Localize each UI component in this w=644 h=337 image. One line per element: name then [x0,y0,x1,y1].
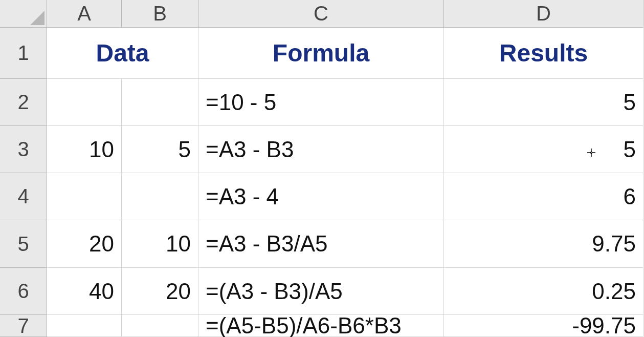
cell-B4[interactable] [122,173,198,220]
select-all-triangle-icon [30,11,45,25]
row-header-2[interactable]: 2 [0,79,47,126]
cell-A3[interactable]: 10 [47,126,122,173]
cell-B6[interactable]: 20 [122,268,198,315]
cell-A2[interactable] [47,79,122,126]
cell-A5[interactable]: 20 [47,220,122,268]
cell-A4[interactable] [47,173,122,220]
header-results[interactable]: Results [444,28,643,79]
column-header-D[interactable]: D [444,0,643,28]
cell-D3[interactable]: 5 [444,126,643,173]
cell-B5[interactable]: 10 [122,220,198,268]
cell-D4[interactable]: 6 [444,173,643,220]
cell-C7[interactable]: =(A5-B5)/A6-B6*B3 [198,315,444,337]
cell-A7[interactable] [47,315,122,337]
cell-D6[interactable]: 0.25 [444,268,643,315]
header-data[interactable]: Data [47,28,198,79]
cell-D5[interactable]: 9.75 [444,220,643,268]
cell-C2[interactable]: =10 - 5 [198,79,444,126]
svg-marker-0 [30,11,45,25]
header-formula[interactable]: Formula [198,28,444,79]
row-header-3[interactable]: 3 [0,126,47,173]
row-header-4[interactable]: 4 [0,173,47,220]
row-header-5[interactable]: 5 [0,220,47,268]
select-all-corner[interactable] [0,0,47,28]
row-header-7[interactable]: 7 [0,315,47,337]
cell-B2[interactable] [122,79,198,126]
column-header-C[interactable]: C [198,0,444,28]
cell-D2[interactable]: 5 [444,79,643,126]
cell-A6[interactable]: 40 [47,268,122,315]
column-header-A[interactable]: A [47,0,122,28]
spreadsheet-grid: A B C D 1 Data Formula Results 2 =10 - 5… [0,0,644,337]
cell-C3[interactable]: =A3 - B3 [198,126,444,173]
cell-D7[interactable]: -99.75 [444,315,643,337]
cell-B3[interactable]: 5 [122,126,198,173]
cell-B7[interactable] [122,315,198,337]
column-header-B[interactable]: B [122,0,198,28]
row-header-6[interactable]: 6 [0,268,47,315]
cell-C5[interactable]: =A3 - B3/A5 [198,220,444,268]
excel-cursor-icon [587,149,595,159]
cell-C4[interactable]: =A3 - 4 [198,173,444,220]
row-header-1[interactable]: 1 [0,28,47,79]
cell-C6[interactable]: =(A3 - B3)/A5 [198,268,444,315]
